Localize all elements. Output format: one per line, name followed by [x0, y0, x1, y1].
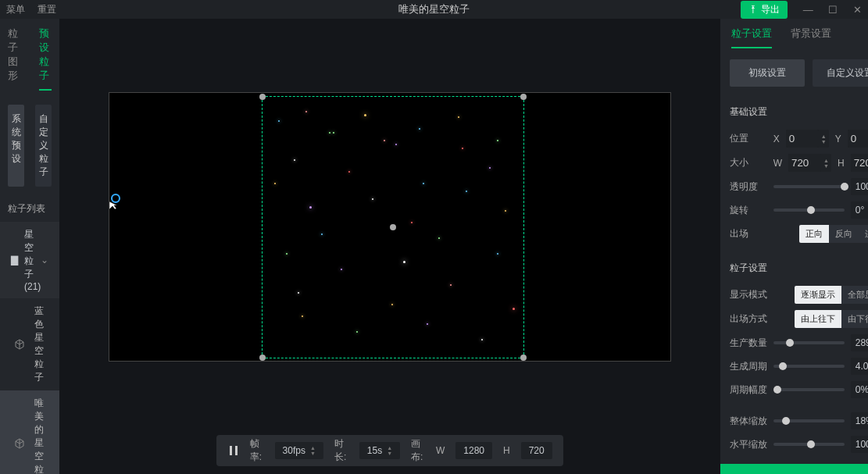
list-item-label: 唯美的星空粒子 — [34, 397, 48, 474]
prod-cycle-label: 生成周期 — [730, 360, 767, 373]
particle-list[interactable]: 蓝色星空粒子唯美的星空粒子粒子光斑唯美宇宙星空星云唯美粒子[基本粒子]向上金色粒… — [0, 298, 59, 474]
segment-option[interactable]: 由下往上 — [841, 310, 868, 328]
canvas-w-input[interactable]: 1280 — [455, 442, 492, 459]
canvas-area: 帧率: 30fps▲▼ 时长: 15s▲▼ 画布: W 1280 H 720 — [60, 19, 719, 474]
segment-option[interactable]: 逐渐显示 — [795, 286, 841, 304]
rotate-slider[interactable] — [773, 208, 845, 212]
particle-dot — [411, 222, 413, 223]
segment-option[interactable]: 由上往下 — [795, 310, 841, 328]
list-item[interactable]: 唯美的星空粒子 — [0, 390, 59, 474]
segment-option[interactable]: 连贯 — [859, 225, 868, 243]
fps-label: 帧率: — [250, 437, 264, 464]
particle-dot — [489, 167, 491, 169]
particle-dot — [298, 292, 299, 294]
enter-mode-options[interactable]: 由上往下由下往上 — [795, 310, 868, 328]
export-label: 导出 — [761, 3, 780, 16]
export-button[interactable]: ⭱ 导出 — [741, 1, 788, 19]
level-basic-tab[interactable]: 初级设置 — [730, 59, 805, 87]
rotate-value[interactable]: 0°▲▼ — [851, 201, 868, 219]
canvas-frame[interactable] — [109, 92, 671, 362]
canvas-h-label: H — [503, 445, 510, 456]
y-label: Y — [835, 134, 841, 144]
size-w-input[interactable]: ▲▼ — [788, 154, 831, 172]
particle-dot — [302, 315, 303, 317]
folder-icon: ▇ — [11, 255, 18, 266]
handle-top-right[interactable] — [520, 94, 527, 100]
folder-row[interactable]: ▇ 星空粒子(21) ⌄ — [0, 222, 59, 298]
cycle-amp-slider[interactable] — [773, 388, 845, 391]
prod-cycle-value[interactable]: 4.0s▲▼ — [851, 358, 868, 375]
list-item[interactable]: 蓝色星空粒子 — [0, 298, 59, 390]
size-h-input[interactable]: ▲▼ — [851, 154, 868, 172]
preset-custom-tab[interactable]: 自定义粒子 — [35, 105, 52, 187]
particle-dot — [348, 171, 350, 173]
selection-box[interactable] — [262, 96, 524, 358]
tab-particle-shape[interactable]: 粒子图形 — [8, 27, 20, 91]
tab-background-settings[interactable]: 背景设置 — [791, 27, 831, 48]
particle-dot — [391, 304, 393, 305]
reset-button[interactable]: 重置 — [38, 3, 56, 16]
menu-button[interactable]: 菜单 — [6, 3, 25, 16]
cube-icon — [14, 438, 25, 449]
particle-dot — [497, 140, 498, 141]
position-label: 位置 — [730, 132, 767, 145]
scale-all-slider[interactable] — [773, 419, 845, 422]
section-particle-head[interactable]: 粒子设置⌄ — [730, 254, 868, 283]
handle-top-left[interactable] — [259, 94, 266, 100]
scale-h-value[interactable]: 100%▲▼ — [851, 436, 868, 453]
particle-dot — [419, 128, 420, 130]
minimize-button[interactable]: — — [797, 4, 819, 16]
export-icon: ⭱ — [748, 4, 758, 15]
particle-dot — [395, 144, 397, 145]
segment-option[interactable]: 正向 — [799, 225, 829, 243]
size-label: 大小 — [730, 156, 767, 169]
enter-options[interactable]: 正向反向连贯 — [799, 225, 868, 243]
particle-dot — [466, 191, 467, 192]
segment-option[interactable]: 反向 — [829, 225, 859, 243]
position-x-input[interactable]: ▲▼ — [786, 130, 829, 148]
scale-all-value[interactable]: 18%▲▼ — [851, 412, 868, 429]
rotate-label: 旋转 — [730, 204, 767, 217]
close-button[interactable]: ✕ — [846, 4, 868, 16]
particle-dot — [286, 253, 288, 255]
prod-count-value[interactable]: 289▲▼ — [851, 334, 868, 351]
preset-system-tab[interactable]: 系统预设 — [8, 105, 24, 187]
particle-dot — [438, 237, 440, 239]
particle-dot — [427, 323, 428, 325]
segment-option[interactable]: 全部显示 — [841, 286, 868, 304]
tab-preset-particle[interactable]: 预设粒子 — [39, 27, 52, 91]
prod-cycle-slider[interactable] — [773, 365, 845, 368]
handle-bottom-right[interactable] — [520, 355, 527, 361]
left-panel: 粒子图形 预设粒子 系统预设 自定义粒子 粒子列表 ▇ 星空粒子(21) ⌄ 蓝… — [0, 19, 60, 474]
particle-dot — [321, 233, 323, 235]
duration-input[interactable]: 15s▲▼ — [359, 442, 400, 459]
opacity-slider[interactable] — [773, 185, 845, 188]
right-panel: 粒子设置 背景设置 初级设置 自定义设置 基础设置⌄ 位置 X ▲▼ Y ▲▼ … — [720, 19, 868, 474]
particle-dot — [384, 140, 385, 141]
fps-select[interactable]: 30fps▲▼ — [275, 442, 323, 459]
canvas-h-input[interactable]: 720 — [521, 442, 552, 459]
particle-dot — [372, 198, 373, 200]
window-title: 唯美的星空粒子 — [398, 2, 470, 16]
cycle-amp-value[interactable]: 0%▲▼ — [851, 381, 868, 398]
particle-dot — [341, 269, 342, 270]
show-mode-options[interactable]: 逐渐显示全部显示 — [795, 286, 868, 304]
handle-center[interactable] — [390, 224, 396, 230]
prod-count-slider[interactable] — [773, 341, 845, 344]
opacity-value[interactable]: 100%▲▼ — [851, 178, 868, 195]
level-custom-tab[interactable]: 自定义设置 — [813, 59, 868, 87]
scale-h-slider[interactable] — [773, 443, 845, 446]
tab-particle-settings[interactable]: 粒子设置 — [731, 27, 772, 48]
position-y-input[interactable]: ▲▼ — [848, 130, 868, 148]
pause-button[interactable] — [227, 442, 238, 459]
handle-bottom-left[interactable] — [259, 355, 266, 361]
section-basic-head[interactable]: 基础设置⌄ — [730, 98, 868, 127]
particle-list-label: 粒子列表 — [0, 194, 59, 222]
save-preset-button[interactable]: 保存为预设粒子 — [720, 464, 868, 474]
particle-dot — [329, 132, 330, 134]
chevron-down-icon: ⌄ — [41, 255, 48, 266]
maximize-button[interactable]: ☐ — [822, 4, 844, 16]
particle-dot — [450, 284, 452, 286]
titlebar: 菜单 重置 唯美的星空粒子 ⭱ 导出 — ☐ ✕ — [0, 0, 868, 19]
particle-dot — [309, 206, 312, 208]
